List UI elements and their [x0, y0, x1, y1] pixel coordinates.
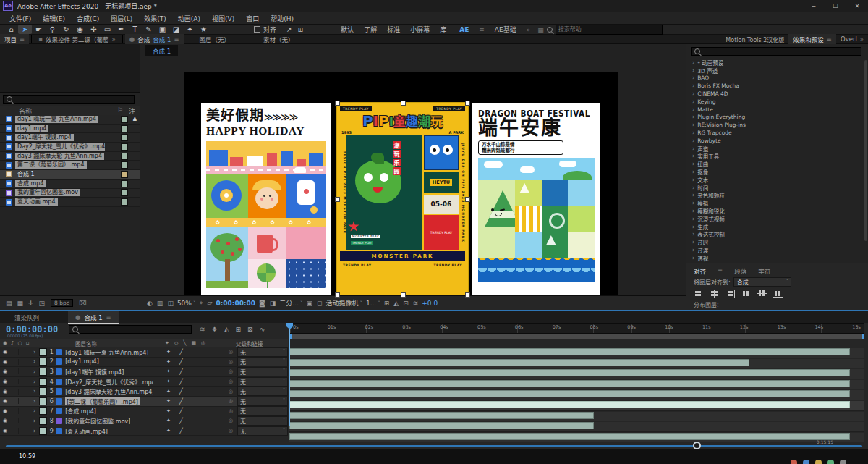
menu-item[interactable]: 窗口: [241, 12, 264, 25]
audio-toggle[interactable]: [10, 408, 19, 414]
layer-track[interactable]: [289, 412, 864, 422]
snap-checkbox[interactable]: [254, 26, 260, 33]
audio-toggle[interactable]: [10, 368, 19, 374]
chevron-right-icon[interactable]: ›: [692, 59, 694, 66]
audio-toggle[interactable]: [10, 359, 19, 365]
toolbar-icon[interactable]: ↗: [286, 26, 292, 33]
layer-track[interactable]: [289, 390, 864, 400]
layer-name[interactable]: [day1.mp4]: [65, 358, 99, 365]
project-item-name[interactable]: 合成 1: [15, 171, 37, 178]
audio-toggle[interactable]: [10, 379, 19, 384]
expand-arrow-icon[interactable]: ›: [33, 349, 35, 355]
parent-dropdown[interactable]: 无˅: [237, 406, 288, 416]
lock-toggle[interactable]: [19, 398, 27, 404]
label-color-swatch[interactable]: [121, 171, 128, 178]
lock-toggle[interactable]: [19, 349, 27, 355]
pickwhip-icon[interactable]: ◎: [229, 418, 233, 423]
effects-category-row[interactable]: › 表达式控制: [686, 231, 863, 239]
label-color-swatch[interactable]: [121, 125, 128, 132]
layer-name[interactable]: [day1 嗨玩一夏 九鱼Ann.mp4]: [65, 348, 148, 356]
tab-effect-controls[interactable]: ▪ 效果控件 第二课（葡萄 »: [34, 34, 120, 44]
selection-handle[interactable]: [401, 292, 406, 298]
effects-category-row[interactable]: › CINEMA 4D: [686, 90, 863, 98]
project-item-row[interactable]: 我的童年回忆图鉴.mov ♟: [0, 189, 140, 198]
viewer-toolbar-icon[interactable]: ◨: [270, 300, 276, 307]
timeline-view-icon[interactable]: ❖: [212, 326, 218, 333]
layer-color-swatch[interactable]: [39, 407, 47, 415]
project-item-name[interactable]: Day2_摩天轮_雪儿《优秀》.mp4: [15, 143, 105, 151]
pan-behind-tool[interactable]: ✢: [87, 25, 101, 34]
chevron-right-icon[interactable]: ›: [692, 169, 694, 175]
column-header-icon[interactable]: ♪: [11, 340, 14, 346]
chevron-right-icon[interactable]: ›: [692, 114, 694, 120]
menu-item[interactable]: 视图(V): [207, 12, 239, 25]
timeline-layer-row[interactable]: ◉ › 4 [Day2_摩天轮_雪儿《优秀》.mp4] ✦ ╱ ◎ 无˅: [0, 377, 288, 387]
magnification-dropdown[interactable]: 50%˅: [177, 300, 196, 307]
project-item-name[interactable]: day1端午 馍馍.mp4: [15, 134, 74, 141]
collapse-switch-icon[interactable]: ╱: [179, 358, 183, 365]
quality-switch-icon[interactable]: ✦: [166, 368, 171, 374]
layer-duration-bar[interactable]: [289, 433, 850, 440]
viewer-timecode[interactable]: 0:00:00:00: [216, 300, 255, 307]
effects-category-row[interactable]: › 文本: [686, 176, 863, 184]
layer-color-swatch[interactable]: [39, 387, 47, 395]
project-item-row[interactable]: 合成 1 ♟: [0, 170, 140, 180]
timeline-view-icon[interactable]: ⊞: [236, 326, 242, 333]
effects-category-row[interactable]: › 模拟: [686, 199, 863, 207]
pickwhip-icon[interactable]: ◎: [229, 349, 233, 355]
layer-name[interactable]: [第二课（葡萄乐园）.mp4]: [65, 397, 140, 405]
camera-view-dropdown[interactable]: 活动摄像机˅: [326, 298, 362, 308]
effects-category-row[interactable]: › 过时: [686, 238, 863, 246]
chevron-right-icon[interactable]: ›: [692, 224, 694, 230]
align-left-icon[interactable]: [694, 290, 703, 298]
minimize-button[interactable]: ─: [803, 0, 825, 12]
workspace-tab[interactable]: 库: [440, 25, 446, 34]
layer-color-swatch[interactable]: [39, 358, 47, 366]
workspace-tab[interactable]: 默认: [341, 25, 354, 34]
eye-icon[interactable]: ◉: [3, 428, 10, 434]
collapse-switch-icon[interactable]: ╱: [179, 349, 183, 355]
label-color-swatch[interactable]: [121, 161, 128, 169]
effects-category-row[interactable]: › 模糊和锐化: [686, 207, 863, 215]
project-item-row[interactable]: 夏天动画.mp4 ♟: [0, 198, 140, 207]
layer-name[interactable]: [合成.mp4]: [65, 407, 96, 415]
parent-dropdown[interactable]: 无˅: [237, 387, 288, 396]
lock-toggle[interactable]: [19, 359, 27, 365]
parent-dropdown[interactable]: 无˅: [237, 347, 288, 357]
viewer-toolbar-icon[interactable]: ⌖: [199, 299, 203, 307]
align-horizontal-center-icon[interactable]: [710, 290, 719, 298]
collapse-switch-icon[interactable]: ╱: [179, 428, 183, 434]
chevron-right-icon[interactable]: ›: [692, 67, 694, 74]
selection-handle[interactable]: [465, 197, 470, 202]
chevron-right-icon[interactable]: ›: [692, 145, 694, 152]
current-time-display[interactable]: 0:00:00:00: [6, 324, 58, 334]
layer-duration-bar[interactable]: [289, 422, 594, 429]
type-tool[interactable]: T: [128, 25, 142, 34]
layer-duration-bar[interactable]: [289, 390, 850, 397]
lock-toggle[interactable]: [19, 428, 27, 434]
layer-name-column[interactable]: 图层名称: [75, 339, 97, 347]
audio-toggle[interactable]: [10, 389, 19, 395]
lock-toggle[interactable]: [19, 389, 27, 395]
more-tabs-icon[interactable]: »: [860, 35, 864, 43]
effects-category-row[interactable]: › RE:Vision Plug-ins: [686, 121, 863, 129]
layer-name[interactable]: [我的童年回忆图鉴.mov]: [65, 417, 130, 425]
maximize-button[interactable]: ☐: [825, 0, 846, 12]
viewer-toolbar-icon[interactable]: ◫: [167, 300, 174, 307]
chevron-right-icon[interactable]: ›: [692, 153, 694, 159]
layer-track[interactable]: [289, 422, 864, 432]
effects-category-row[interactable]: › 过渡: [686, 246, 863, 254]
collapse-switch-icon[interactable]: ╱: [179, 418, 183, 424]
selection-handle[interactable]: [335, 101, 340, 106]
project-item-name[interactable]: day1.mp4: [15, 125, 48, 132]
effects-category-row[interactable]: › 声道: [686, 145, 863, 153]
column-header-icon[interactable]: ▫: [26, 340, 30, 346]
timeline-search-box[interactable]: [69, 325, 192, 334]
layer-duration-bar[interactable]: [289, 359, 749, 366]
chevron-right-icon[interactable]: ›: [692, 98, 694, 105]
project-footer-icon[interactable]: ▦: [17, 300, 24, 307]
expand-arrow-icon[interactable]: ›: [33, 368, 35, 375]
panel-menu-icon[interactable]: ≡: [174, 35, 179, 43]
audio-toggle[interactable]: [10, 418, 19, 423]
effects-category-row[interactable]: › 沉浸式视频: [686, 215, 863, 223]
